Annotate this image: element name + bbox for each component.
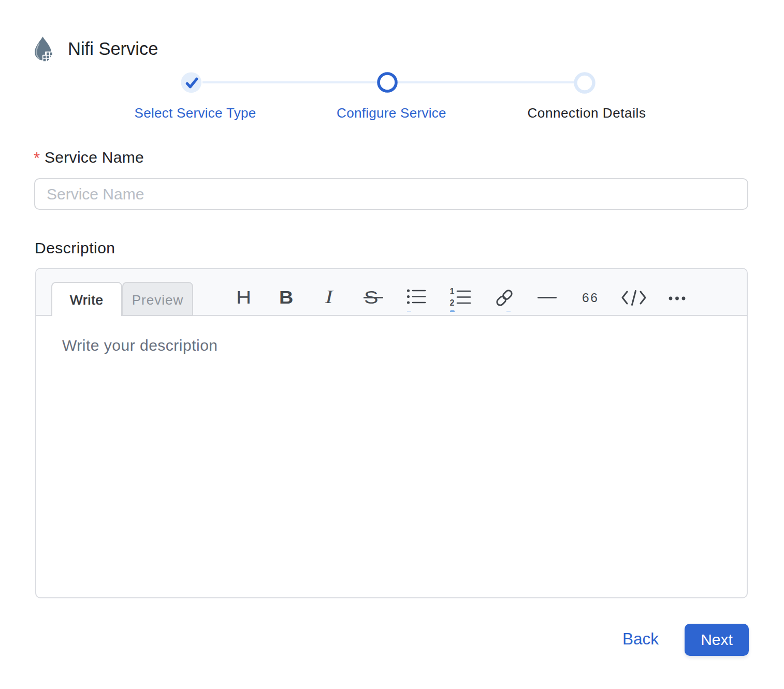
svg-text:1: 1 bbox=[450, 287, 455, 296]
svg-text:2: 2 bbox=[450, 298, 455, 306]
